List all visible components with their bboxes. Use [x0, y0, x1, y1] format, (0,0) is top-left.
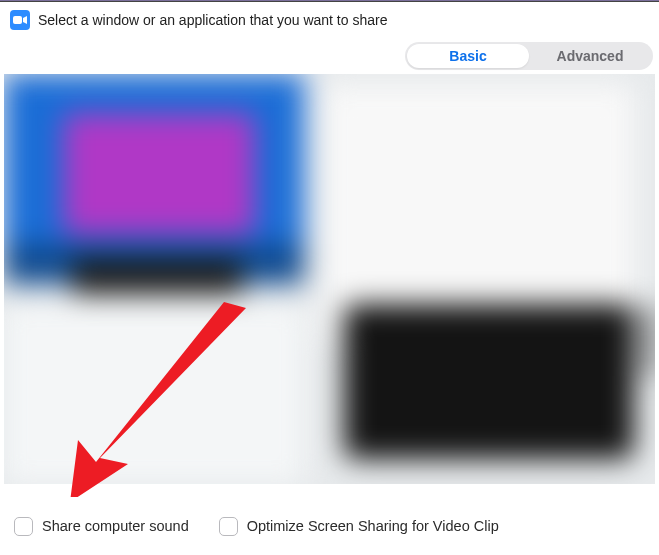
share-preview-grid[interactable]: [4, 74, 655, 484]
dialog-title: Select a window or an application that y…: [38, 12, 387, 28]
checkbox-box: [219, 517, 238, 536]
optimize-video-checkbox[interactable]: Optimize Screen Sharing for Video Clip: [219, 517, 499, 536]
dialog-footer: Share computer sound Optimize Screen Sha…: [0, 497, 659, 555]
tab-advanced[interactable]: Advanced: [529, 44, 651, 68]
tab-basic[interactable]: Basic: [407, 44, 529, 68]
svg-rect-0: [13, 16, 22, 24]
share-sound-label: Share computer sound: [42, 518, 189, 534]
share-sound-checkbox[interactable]: Share computer sound: [14, 517, 189, 536]
optimize-video-label: Optimize Screen Sharing for Video Clip: [247, 518, 499, 534]
zoom-icon: [10, 10, 30, 30]
share-mode-tabs: Basic Advanced: [405, 42, 653, 70]
blurred-preview: [4, 74, 655, 484]
checkbox-box: [14, 517, 33, 536]
tabs-row: Basic Advanced: [0, 36, 659, 70]
dialog-header: Select a window or an application that y…: [0, 2, 659, 36]
